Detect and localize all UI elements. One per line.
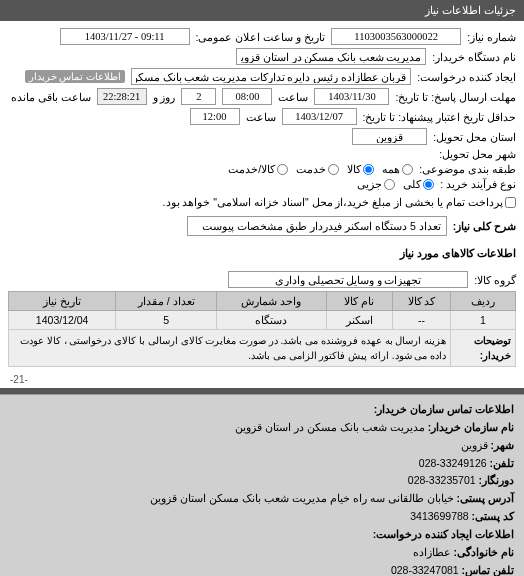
delivery-state[interactable] [352,128,427,145]
c-tel2-label: تلفن تماس: [462,564,514,576]
requester-field[interactable] [131,68,411,85]
goods-title: اطلاعات کالاهای مورد نیاز [0,243,524,264]
min-date-label: حداقل تاریخ اعتبار پیشنهاد: تا تاریخ: [363,111,516,123]
note-text: هزینه ارسال به عهده فروشنده می باشد. در … [9,330,451,367]
cell-row: 1 [451,311,516,330]
cell-qty: 5 [116,311,217,330]
th-qty: تعداد / مقدار [116,292,217,311]
c-family-label: نام خانوادگی: [454,546,514,558]
c-postcode-label: کد پستی: [472,510,514,522]
contact-title: اطلاعات تماس سازمان خریدار: [374,403,514,415]
th-name: نام کالا [326,292,392,311]
radio-goods-service[interactable]: کالا/خدمت [228,163,288,175]
c-tel: 33249126-028 [419,457,487,469]
c-org: مدیریت شعب بانک مسکن در استان قزوین [235,421,425,433]
cell-unit: دستگاه [217,311,326,330]
radio-partial[interactable]: جزیی [357,178,395,190]
contact-badge[interactable]: اطلاعات تماس خریدار [25,70,126,83]
subject-cat-label: طبقه بندی موضوعی: [419,163,516,175]
c-addr: خیابان طالقانی سه راه خیام مدیریت شعب با… [150,492,453,504]
c-tel2: 33247081-028 [391,564,459,576]
time-label-2: ساعت [246,111,276,123]
buyer-org-field[interactable] [236,48,426,65]
contact-section: اطلاعات تماس سازمان خریدار: نام سازمان خ… [0,394,524,576]
th-date: تاریخ نیاز [9,292,116,311]
radio-all[interactable]: همه [382,163,413,175]
c-fax: 33235701-028 [408,474,476,486]
c-city: قزوین [461,439,488,451]
th-unit: واحد شمارش [217,292,326,311]
delivery-state-label: استان محل تحویل: [433,131,516,143]
requester-label: ایجاد کننده درخواست: [417,71,516,83]
purchase-type-label: نوع فرآیند خرید : [440,178,516,190]
header-title: جزئیات اطلاعات نیاز [425,4,516,16]
cell-date: 1403/12/04 [9,311,116,330]
radio-total[interactable]: کلی [403,178,434,190]
desc-label: شرح کلی نیاز: [453,220,516,232]
remaining-label: ساعت باقی مانده [11,91,91,103]
buyer-org-label: نام دستگاه خریدار: [432,51,516,63]
time-label-1: ساعت [278,91,308,103]
req-no-field[interactable] [331,28,461,45]
purchase-radio-group: کلی جزیی [357,178,434,190]
cell-name: اسکنر [326,311,392,330]
req-no-label: شماره نیاز: [467,31,516,43]
c-tel-label: تلفن: [490,457,515,469]
th-code: کد کالا [392,292,450,311]
treasury-check[interactable]: پرداخت تمام یا بخشی از مبلغ خرید،از محل … [163,196,516,208]
c-family: عطازاده [413,546,451,558]
panel-header: جزئیات اطلاعات نیاز [0,0,524,21]
min-time[interactable] [190,108,240,125]
c-city-label: شهر: [491,439,515,451]
pub-date-label: تاریخ و ساعت اعلان عمومی: [196,31,326,43]
c-req-title: اطلاعات ایجاد کننده درخواست: [373,528,514,540]
days-field[interactable] [181,88,216,105]
c-fax-label: دورنگار: [479,474,515,486]
deadline-label: مهلت ارسال پاسخ: تا تاریخ: [395,91,516,103]
radio-goods[interactable]: کالا [347,163,374,175]
group-label: گروه کالا: [474,274,516,286]
note-label: توضیحات خریدار: [451,330,516,367]
form-section: شماره نیاز: تاریخ و ساعت اعلان عمومی: نا… [0,21,524,243]
deadline-time[interactable] [222,88,272,105]
radio-service[interactable]: خدمت [296,163,339,175]
min-date[interactable] [282,108,357,125]
remaining-field [97,88,147,105]
table-row: 1 -- اسکنر دستگاه 5 1403/12/04 [9,311,516,330]
day-label: روز و [153,91,176,103]
cell-code: -- [392,311,450,330]
group-field[interactable] [228,271,468,288]
page-number: -21- [0,371,524,388]
goods-table: ردیف کد کالا نام کالا واحد شمارش تعداد /… [8,291,516,367]
delivery-city-label: شهر محل تحویل: [439,148,516,160]
subject-radio-group: همه کالا خدمت کالا/خدمت [228,163,413,175]
note-row: توضیحات خریدار: هزینه ارسال به عهده فروش… [9,330,516,367]
pub-date-field[interactable] [60,28,190,45]
th-row: ردیف [451,292,516,311]
desc-box[interactable]: تعداد 5 دستگاه اسکنر فیدردار طبق مشخصات … [187,216,447,236]
c-postcode: 3413699788 [410,510,468,522]
c-addr-label: آدرس پستی: [457,492,514,504]
deadline-date[interactable] [314,88,389,105]
c-org-label: نام سازمان خریدار: [428,421,514,433]
